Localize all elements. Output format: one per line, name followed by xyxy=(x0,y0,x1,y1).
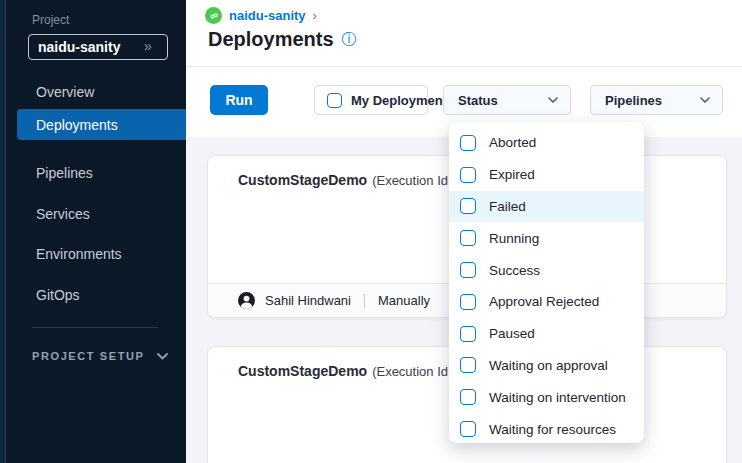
app-window: Project » Overview Deployments Pipelines… xyxy=(0,0,742,463)
my-deployments-checkbox[interactable] xyxy=(327,93,342,108)
sidebar-item-pipelines[interactable]: Pipelines xyxy=(36,165,93,183)
menu-item-waiting-on-intervention[interactable]: Waiting on intervention xyxy=(449,381,644,413)
checkbox[interactable] xyxy=(460,389,476,405)
page-title: Deployments xyxy=(208,28,334,51)
checkbox[interactable] xyxy=(460,294,476,310)
checkbox[interactable] xyxy=(460,421,476,437)
my-deployments-label: My Deployments xyxy=(351,93,454,108)
menu-item-approval-rejected[interactable]: Approval Rejected xyxy=(449,286,644,318)
menu-item-paused[interactable]: Paused xyxy=(449,318,644,350)
checkbox[interactable] xyxy=(460,326,476,342)
sidebar-item-deployments[interactable]: Deployments xyxy=(17,109,186,140)
project-selector-input[interactable] xyxy=(28,34,168,60)
status-filter-label: Status xyxy=(458,93,498,108)
checkbox[interactable] xyxy=(460,198,476,214)
triggered-by-user[interactable]: Sahil Hindwani xyxy=(265,293,351,308)
sidebar-item-environments[interactable]: Environments xyxy=(36,246,122,264)
trigger-type: Manually xyxy=(378,293,430,308)
sidebar-item-gitops[interactable]: GitOps xyxy=(36,287,80,305)
main-area: ∞ naidu-sanity › Deployments ⓘ Run My De… xyxy=(186,0,742,463)
checkbox[interactable] xyxy=(460,230,476,246)
sidebar-item-services[interactable]: Services xyxy=(36,206,90,224)
status-filter-menu: Aborted Expired Failed Running Success A… xyxy=(449,122,644,443)
pipeline-name[interactable]: CustomStageDemo xyxy=(238,172,367,188)
sidebar-item-overview[interactable]: Overview xyxy=(36,84,94,102)
menu-item-aborted[interactable]: Aborted xyxy=(449,127,644,159)
project-setup-label: PROJECT SETUP xyxy=(32,350,145,362)
breadcrumb-chevron-icon: › xyxy=(313,9,317,22)
pipeline-name[interactable]: CustomStageDemo xyxy=(238,363,367,379)
execution-id-text: (Execution Id xyxy=(372,364,448,379)
run-button[interactable]: Run xyxy=(210,85,268,115)
menu-item-failed[interactable]: Failed xyxy=(449,191,644,223)
menu-item-running[interactable]: Running xyxy=(449,222,644,254)
sidebar-item-label: Deployments xyxy=(36,117,118,133)
project-setup-toggle[interactable]: PROJECT SETUP xyxy=(32,350,168,362)
status-filter-dropdown[interactable]: Status xyxy=(443,85,571,115)
menu-item-expired[interactable]: Expired xyxy=(449,159,644,191)
chevron-down-icon xyxy=(157,353,168,360)
menu-item-success[interactable]: Success xyxy=(449,254,644,286)
sidebar-divider xyxy=(32,327,158,328)
pipelines-filter-label: Pipelines xyxy=(605,93,662,108)
checkbox[interactable] xyxy=(460,167,476,183)
pipelines-filter-dropdown[interactable]: Pipelines xyxy=(590,85,723,115)
header-divider xyxy=(186,66,742,67)
my-deployments-filter[interactable]: My Deployments xyxy=(314,85,428,115)
breadcrumb-project-link[interactable]: naidu-sanity xyxy=(229,8,306,23)
chevron-down-icon xyxy=(548,97,558,103)
checkbox[interactable] xyxy=(460,135,476,151)
menu-item-waiting-for-resources[interactable]: Waiting for resources xyxy=(449,413,644,445)
info-icon[interactable]: ⓘ xyxy=(342,30,357,49)
nav-rail xyxy=(0,0,6,463)
breadcrumb: ∞ naidu-sanity › xyxy=(205,7,317,24)
checkbox[interactable] xyxy=(460,262,476,278)
chevron-down-icon xyxy=(700,97,710,103)
cd-module-icon: ∞ xyxy=(205,7,222,24)
project-label: Project xyxy=(32,13,69,27)
checkbox[interactable] xyxy=(460,357,476,373)
user-avatar-icon xyxy=(238,292,255,309)
footer-separator xyxy=(364,294,365,308)
execution-id-text: (Execution Id xyxy=(372,173,448,188)
sidebar: Project » Overview Deployments Pipelines… xyxy=(0,0,186,463)
menu-item-waiting-on-approval[interactable]: Waiting on approval xyxy=(449,350,644,382)
